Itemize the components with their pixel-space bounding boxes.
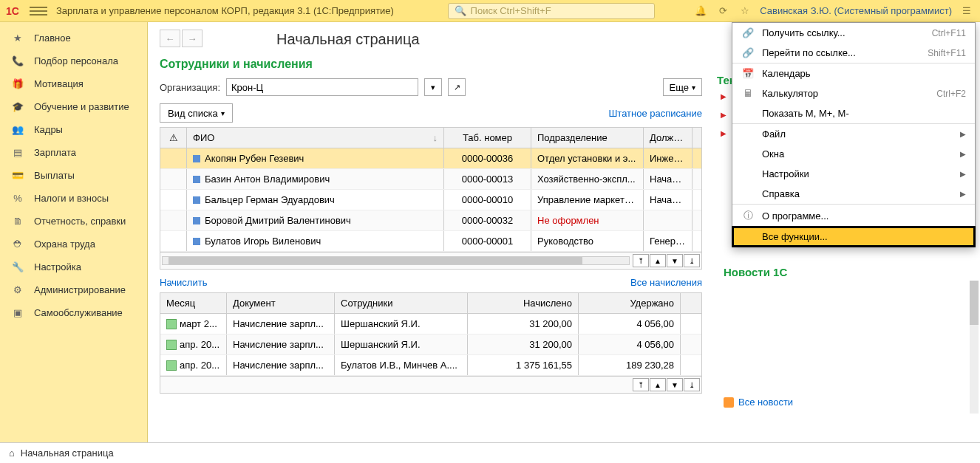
sidebar-icon: 💳 xyxy=(10,170,25,181)
all-news-link[interactable]: Все новости xyxy=(724,397,971,408)
doc-icon xyxy=(166,340,177,350)
sidebar-icon: 👥 xyxy=(10,124,25,135)
sidebar-label: Самообслуживание xyxy=(34,307,123,318)
doc-icon xyxy=(166,319,177,329)
table-row[interactable]: Акопян Рубен Гезевич 0000-00036 Отдел ус… xyxy=(160,148,701,169)
table-row[interactable]: Базин Антон Владимирович 0000-00013 Хозя… xyxy=(160,169,701,190)
app-title: Зарплата и управление персоналом КОРП, р… xyxy=(56,5,394,16)
sidebar-item-10[interactable]: 🔧Настройка xyxy=(0,255,147,278)
all-accruals-link[interactable]: Все начисления xyxy=(630,277,702,288)
sidebar: ★Главное📞Подбор персонала🎁Мотивация🎓Обуч… xyxy=(0,22,148,442)
sidebar-icon: ⚙ xyxy=(10,284,25,295)
acc-down[interactable]: ▼ xyxy=(667,378,683,391)
accruals-table: Месяц Документ Сотрудники Начислено Удер… xyxy=(160,292,702,394)
marker-icon: ▶ xyxy=(721,111,727,119)
section-employees-title: Сотрудники и начисления xyxy=(160,58,702,71)
sidebar-item-4[interactable]: 👥Кадры xyxy=(0,118,147,141)
scroll-last[interactable]: ⤓ xyxy=(684,254,700,267)
person-icon xyxy=(193,238,200,245)
person-icon xyxy=(193,155,200,162)
person-icon xyxy=(193,217,200,224)
burger-icon[interactable] xyxy=(30,7,47,16)
marker-icon: ▶ xyxy=(721,92,727,100)
org-label: Организация: xyxy=(160,82,220,93)
sidebar-item-5[interactable]: ▤Зарплата xyxy=(0,141,147,164)
sidebar-icon: ▤ xyxy=(10,147,25,158)
sidebar-label: Кадры xyxy=(34,124,63,135)
service-dropdown: 🔗 Получить ссылку... Ctrl+F11 🔗 Перейти … xyxy=(732,22,976,247)
sidebar-label: Главное xyxy=(34,32,71,44)
sidebar-item-0[interactable]: ★Главное xyxy=(0,27,147,49)
sidebar-item-12[interactable]: ▣Самообслуживание xyxy=(0,301,147,324)
doc-icon xyxy=(166,360,177,371)
user-label[interactable]: Савинская З.Ю. (Системный программист) xyxy=(760,5,952,16)
menu-icon[interactable]: ☰ xyxy=(959,4,974,18)
scroll-down[interactable]: ▼ xyxy=(667,254,683,267)
acc-last[interactable]: ⤓ xyxy=(684,378,700,391)
scroll-up[interactable]: ▲ xyxy=(650,254,666,267)
sidebar-icon: ⛑ xyxy=(10,239,25,250)
h-scrollbar[interactable] xyxy=(162,256,630,265)
table-header: ⚠ ФИО↓ Таб. номер Подразделение Должнос xyxy=(160,128,701,148)
dropdown-item-3[interactable]: 📅 Календарь xyxy=(732,64,975,83)
dropdown-item-7[interactable]: Файл ▶ xyxy=(732,124,975,144)
sidebar-icon: 🎓 xyxy=(10,101,25,112)
search-input[interactable]: 🔍 Поиск Ctrl+Shift+F xyxy=(448,3,655,19)
dropdown-item-12[interactable]: ⓘ О программе... xyxy=(732,205,975,227)
dropdown-item-8[interactable]: Окна ▶ xyxy=(732,144,975,164)
table-row[interactable]: Боровой Дмитрий Валентинович 0000-00032 … xyxy=(160,210,701,231)
topbar: 1С Зарплата и управление персоналом КОРП… xyxy=(0,0,980,22)
sidebar-item-2[interactable]: 🎁Мотивация xyxy=(0,72,147,95)
person-icon xyxy=(193,196,200,204)
home-icon: ⌂ xyxy=(9,447,15,459)
breadcrumb-home[interactable]: Начальная страница xyxy=(21,447,114,459)
sidebar-item-7[interactable]: %Налоги и взносы xyxy=(0,187,147,210)
sidebar-icon: ★ xyxy=(10,32,25,44)
sidebar-label: Подбор персонала xyxy=(34,55,118,66)
org-dropdown-btn[interactable]: ▾ xyxy=(424,78,442,96)
acc-first[interactable]: ⤒ xyxy=(633,378,649,391)
accrue-link[interactable]: Начислить xyxy=(160,277,207,288)
table-row[interactable]: апр. 20... Начисление зарпл... Шершански… xyxy=(160,335,701,355)
sidebar-item-9[interactable]: ⛑Охрана труда xyxy=(0,233,147,255)
sidebar-label: Обучение и развитие xyxy=(34,101,129,112)
logo-1c: 1С xyxy=(6,4,24,18)
table-row[interactable]: март 2... Начисление зарпл... Шершанский… xyxy=(160,314,701,335)
sidebar-item-3[interactable]: 🎓Обучение и развитие xyxy=(0,95,147,118)
org-select[interactable]: Крон-Ц xyxy=(226,78,418,96)
sidebar-item-6[interactable]: 💳Выплаты xyxy=(0,164,147,187)
dropdown-item-13[interactable]: Все функции... xyxy=(732,227,975,247)
sidebar-item-11[interactable]: ⚙Администрирование xyxy=(0,278,147,301)
dropdown-item-5[interactable]: Показать M, M+, M- xyxy=(732,103,975,123)
bell-icon[interactable]: 🔔 xyxy=(693,4,708,18)
sidebar-label: Выплаты xyxy=(34,170,75,181)
scroll-first[interactable]: ⤒ xyxy=(633,254,649,267)
table-row[interactable]: Булатов Игорь Виленович 0000-00001 Руков… xyxy=(160,231,701,252)
table-row[interactable]: Бальцер Герман Эдуардович 0000-00010 Упр… xyxy=(160,190,701,210)
sidebar-label: Зарплата xyxy=(34,147,76,158)
page-title: Начальная страница xyxy=(276,31,420,48)
dropdown-item-0[interactable]: 🔗 Получить ссылку... Ctrl+F11 xyxy=(732,23,975,43)
org-open-btn[interactable]: ↗ xyxy=(448,78,466,96)
nav-back[interactable]: ← xyxy=(160,30,180,47)
star-icon[interactable]: ☆ xyxy=(738,4,752,18)
more-button[interactable]: Еще▾ xyxy=(663,78,702,96)
table-row[interactable]: апр. 20... Начисление зарпл... Булатов И… xyxy=(160,355,701,376)
dropdown-item-10[interactable]: Справка ▶ xyxy=(732,184,975,204)
view-list-button[interactable]: Вид списка▾ xyxy=(160,103,233,123)
sidebar-icon: 🔧 xyxy=(10,261,25,272)
staff-schedule-link[interactable]: Штатное расписание xyxy=(608,108,702,119)
dropdown-icon: ⓘ xyxy=(741,209,755,222)
sidebar-label: Настройка xyxy=(34,261,81,272)
dropdown-item-4[interactable]: 🖩 Калькулятор Ctrl+F2 xyxy=(732,83,975,103)
statusbar: ⌂ Начальная страница xyxy=(0,442,980,463)
dropdown-icon: 📅 xyxy=(741,68,755,79)
dropdown-item-9[interactable]: Настройки ▶ xyxy=(732,164,975,184)
right-scrollbar[interactable] xyxy=(970,281,979,414)
dropdown-item-1[interactable]: 🔗 Перейти по ссылке... Shift+F11 xyxy=(732,43,975,63)
nav-forward[interactable]: → xyxy=(182,30,203,47)
sidebar-item-1[interactable]: 📞Подбор персонала xyxy=(0,49,147,72)
sidebar-item-8[interactable]: 🗎Отчетность, справки xyxy=(0,210,147,233)
history-icon[interactable]: ⟳ xyxy=(715,4,730,18)
acc-up[interactable]: ▲ xyxy=(650,378,666,391)
